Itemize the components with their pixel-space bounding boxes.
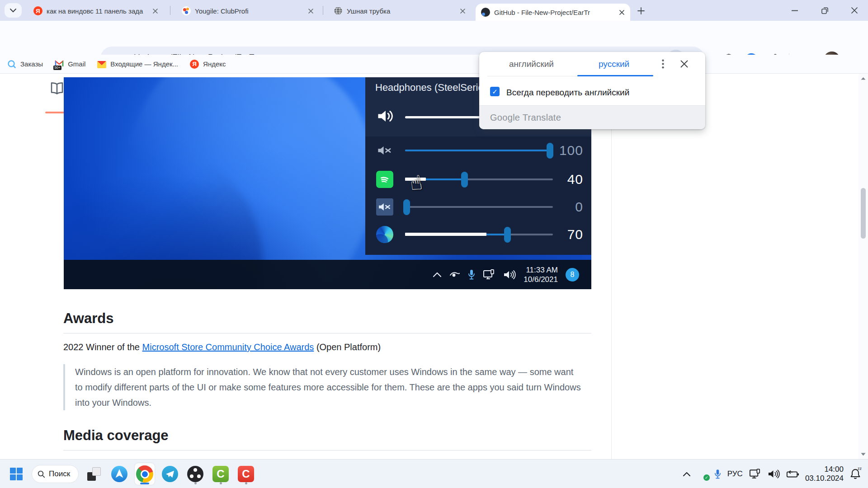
close-icon: [851, 7, 858, 14]
monitor-icon: [483, 269, 495, 280]
bookmark-orders[interactable]: Заказы: [7, 60, 43, 69]
tab-strip: Я как на виндовс 11 панель зада Yougile:…: [0, 0, 868, 21]
tab-separator: [170, 6, 170, 15]
tab-github-active[interactable]: GitHub - File-New-Project/EarTr: [476, 4, 630, 21]
award-line: 2022 Winner of the Microsoft Store Commu…: [63, 342, 591, 352]
volume-value: 100: [555, 142, 583, 159]
speaker-icon: [376, 107, 395, 125]
audio-device-title: Headphones (SteelSeries: [375, 82, 489, 94]
taskbar-search[interactable]: Поиск: [32, 465, 79, 483]
translate-close-icon[interactable]: [680, 60, 688, 68]
tab-close-icon[interactable]: [151, 7, 159, 15]
chrome-app-button[interactable]: [135, 463, 155, 485]
speaker-icon: [503, 269, 516, 280]
bookmark-label: Заказы: [20, 60, 43, 68]
obs-app-button[interactable]: [185, 463, 205, 485]
screenshot-time: 11:33 AM: [524, 265, 558, 275]
screenshot-date: 10/6/2021: [524, 275, 558, 284]
tab-ear-tube[interactable]: Ушная трубка: [328, 3, 471, 19]
start-button[interactable]: [6, 463, 26, 485]
volume-slider-thumb: [403, 199, 410, 215]
microphone-icon: [468, 269, 475, 280]
tab-title: как на виндовс 11 панель зада: [47, 7, 147, 15]
bookmarks-bar: Заказы 50+ Gmail Входящие — Яндек... Я Я…: [0, 55, 868, 74]
camtasia-app-button[interactable]: C: [211, 463, 231, 485]
always-translate-checkbox[interactable]: ✓: [490, 87, 500, 96]
taskbar-date: 03.10.2024: [805, 474, 844, 483]
yandex-favicon: Я: [33, 6, 42, 15]
language-indicator[interactable]: РУС: [727, 469, 743, 479]
speaker-tray-icon[interactable]: [768, 469, 780, 479]
chevron-down-icon: [10, 9, 16, 13]
active-app-indicator: [140, 483, 149, 484]
gmail-unread-badge: 50+: [53, 66, 61, 70]
obs-icon: [187, 466, 203, 482]
taskbar-clock[interactable]: 14:00 03.10.2024: [805, 465, 844, 483]
page-content: Headphones (SteelSeries 100: [0, 74, 868, 459]
tab-close-icon[interactable]: [618, 8, 626, 16]
tab-close-icon[interactable]: [307, 7, 315, 15]
awards-heading: Awards: [63, 310, 591, 327]
app-volume-row: 70: [365, 226, 591, 243]
edge-icon: [376, 226, 393, 243]
yougile-favicon: [182, 6, 191, 15]
translate-tab-russian[interactable]: русский: [599, 59, 629, 69]
volume-slider-track: [405, 206, 553, 208]
volume-value: 0: [555, 198, 583, 216]
tab-list-chevron-button[interactable]: [5, 3, 22, 18]
battery-icon[interactable]: [786, 469, 799, 479]
window-restore-button[interactable]: [812, 0, 837, 21]
tab-close-icon[interactable]: [458, 7, 467, 15]
volume-slider-fill: [405, 150, 550, 151]
camtasia-icon: C: [212, 466, 229, 482]
scroll-down-arrow[interactable]: [860, 452, 866, 456]
new-tab-button[interactable]: [635, 5, 647, 17]
microphone-tray-icon[interactable]: [714, 469, 721, 479]
browser-toolbar: github.com/File-New-Project/EarTrumpet 文…: [0, 21, 868, 55]
app-volume-row: 100: [365, 142, 591, 159]
system-tray: ✓ РУС 14:00 03.10.2024 zz: [683, 460, 861, 488]
scroll-up-arrow[interactable]: [860, 76, 866, 80]
blue-arrow-app-button[interactable]: [109, 463, 129, 485]
bookmark-yandex-inbox[interactable]: Входящие — Яндек...: [97, 60, 178, 68]
vertical-scrollbar[interactable]: [859, 74, 868, 459]
tab-yougile[interactable]: Yougile: ClubProfi: [176, 3, 319, 19]
screenshot-taskbar: 11:33 AM 10/6/2021 8: [64, 260, 591, 289]
window-close-button[interactable]: [842, 0, 867, 21]
volume-value: 40: [555, 171, 583, 188]
book-icon: [49, 82, 65, 96]
windows-taskbar: Поиск C C: [0, 459, 868, 488]
stacked-windows-app-button[interactable]: [84, 463, 104, 485]
notifications-bell-button[interactable]: zz: [850, 468, 861, 480]
windows-security-icon[interactable]: ✓: [697, 468, 708, 480]
translate-footer: Google Translate: [479, 105, 705, 129]
ms-store-awards-link[interactable]: Microsoft Store Community Choice Awards: [142, 342, 314, 352]
github-favicon: [481, 8, 490, 17]
globe-favicon: [334, 6, 343, 15]
scrollbar-thumb[interactable]: [861, 188, 866, 239]
heading-rule: [63, 450, 591, 450]
focus-assist-badge: zz: [858, 466, 862, 471]
translate-tab-english[interactable]: английский: [509, 59, 554, 69]
tab-yandex-search[interactable]: Я как на виндовс 11 панель зада: [28, 3, 164, 19]
display-tray-icon[interactable]: [749, 469, 761, 479]
yandex-icon: Я: [190, 60, 199, 69]
media-coverage-heading: Media coverage: [63, 427, 591, 444]
chevron-up-icon: [433, 272, 442, 277]
bookmark-gmail[interactable]: 50+ Gmail: [55, 60, 85, 69]
tab-separator: [323, 6, 323, 15]
recorder-app-button[interactable]: C: [236, 463, 256, 485]
always-translate-label: Всегда переводить английский: [506, 88, 629, 98]
telegram-icon: [162, 466, 178, 482]
stacked-windows-icon: [87, 467, 101, 481]
translate-options-kebab-icon[interactable]: [662, 59, 664, 69]
telegram-app-button[interactable]: [160, 463, 180, 485]
tab-hairline: [487, 76, 578, 76]
bookmark-yandex[interactable]: Я Яндекс: [190, 60, 226, 69]
hidden-icons-chevron[interactable]: [683, 472, 691, 477]
spotify-icon: [376, 171, 393, 188]
google-translate-popup: английский русский ✓ Всегда переводить а…: [479, 52, 705, 129]
search-label: Поиск: [49, 469, 70, 479]
window-minimize-button[interactable]: [782, 0, 807, 21]
tab-title: Yougile: ClubProfi: [195, 7, 302, 15]
